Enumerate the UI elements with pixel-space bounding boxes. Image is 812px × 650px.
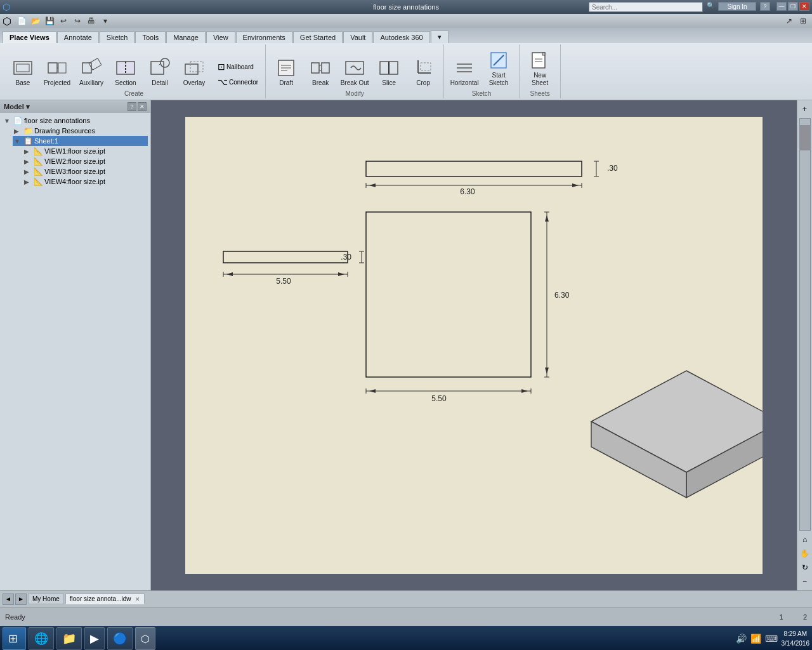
tab-floor-size[interactable]: floor size annota...idw ✕: [65, 594, 145, 604]
start-sketch-icon: [488, 50, 509, 70]
tree-view4[interactable]: ▶ 📐 VIEW4:floor size.ipt: [23, 176, 148, 187]
tree-view1[interactable]: ▶ 📐 VIEW1:floor size.ipt: [23, 146, 148, 156]
view3-expand-icon: ▶: [24, 168, 32, 175]
taskbar-ie[interactable]: 🌐: [29, 627, 54, 650]
qa-undo[interactable]: ↩: [57, 15, 70, 27]
tree-sheet1[interactable]: ▼ 📋 Sheet:1: [13, 136, 148, 146]
draft-button[interactable]: Draft: [270, 46, 303, 89]
rt-thumb[interactable]: [800, 125, 810, 150]
sign-in-button[interactable]: Sign In: [718, 2, 756, 11]
tree-drawing-resources[interactable]: ▶ 📁 Drawing Resources: [13, 126, 148, 136]
connector-button[interactable]: ⌥ Connector: [214, 75, 261, 89]
tab-view[interactable]: View: [206, 31, 235, 43]
crop-button[interactable]: Crop: [407, 46, 440, 89]
qa-redo[interactable]: ↪: [71, 15, 84, 27]
title-bar-controls: 🔍 Sign In ? — ❐ ✕: [589, 2, 809, 12]
ribbon: Place Views Annotate Sketch Tools Manage…: [0, 28, 812, 100]
qa-extra1[interactable]: ↗: [783, 15, 796, 27]
tab-environments[interactable]: Environments: [236, 31, 292, 43]
qa-print[interactable]: 🖶: [85, 15, 98, 27]
rt-zoom-out-button[interactable]: −: [799, 575, 811, 588]
qa-more[interactable]: ▾: [99, 15, 112, 27]
sketch-buttons: Horizontal StartSketch: [448, 46, 515, 89]
tab-get-started[interactable]: Get Started: [293, 31, 343, 43]
dim-bottom-width: 5.50: [431, 394, 447, 403]
restore-button[interactable]: ❐: [788, 2, 798, 11]
taskbar-explorer[interactable]: 📁: [56, 627, 82, 650]
close-button[interactable]: ✕: [799, 2, 809, 11]
projected-button[interactable]: Projected: [41, 46, 74, 89]
base-button[interactable]: Base: [6, 46, 39, 89]
svg-rect-13: [190, 62, 203, 72]
ribbon-group-sketch: Horizontal StartSketch Sketch: [444, 44, 520, 98]
tab-place-views[interactable]: Place Views: [3, 31, 56, 43]
tree-view3[interactable]: ▶ 📐 VIEW3:floor size.ipt: [23, 166, 148, 176]
breakout-icon: [344, 58, 365, 78]
horizontal-button[interactable]: Horizontal: [448, 46, 481, 89]
modify-buttons: Draft Break Break Out: [270, 46, 440, 89]
ribbon-group-create: Base Projected Auxiliary: [3, 44, 266, 98]
qa-open[interactable]: 📂: [29, 15, 42, 27]
tab-nav-prev[interactable]: ◄: [3, 594, 14, 605]
tab-autodesk360[interactable]: Autodesk 360: [373, 31, 429, 43]
taskbar-media[interactable]: ▶: [84, 627, 105, 650]
new-sheet-button[interactable]: New Sheet: [523, 46, 556, 89]
base-icon: [13, 58, 33, 78]
start-button[interactable]: ⊞: [3, 627, 26, 650]
svg-rect-58: [223, 251, 348, 263]
help-button[interactable]: ?: [760, 2, 770, 11]
horizontal-icon: [454, 58, 475, 78]
svg-rect-19: [322, 63, 329, 73]
break-button[interactable]: Break: [304, 46, 337, 89]
panel-help-button[interactable]: ?: [128, 102, 136, 111]
auxiliary-button[interactable]: Auxiliary: [75, 46, 108, 89]
slice-button[interactable]: Slice: [372, 46, 405, 89]
qa-save[interactable]: 💾: [43, 15, 56, 27]
rt-home-button[interactable]: ⌂: [799, 533, 811, 546]
tree-view2[interactable]: ▶ 📐 VIEW2:floor size.ipt: [23, 156, 148, 166]
qa-extra2[interactable]: ⊞: [797, 15, 809, 27]
overlay-label: Overlay: [183, 79, 205, 87]
tab-annotate[interactable]: Annotate: [57, 31, 99, 43]
tab-tools[interactable]: Tools: [135, 31, 166, 43]
start-icon: ⊞: [8, 632, 18, 646]
system-clock: 8:29 AM 3/14/2016: [782, 629, 810, 648]
rt-zoom-in-button[interactable]: +: [799, 103, 811, 116]
tab-more[interactable]: ▾: [431, 30, 449, 43]
tab-my-home[interactable]: My Home: [28, 594, 64, 604]
rt-orbit-button[interactable]: ↻: [799, 561, 811, 574]
projected-icon: [47, 58, 67, 78]
taskbar-chrome[interactable]: 🔵: [107, 627, 133, 650]
projected-label: Projected: [44, 79, 70, 87]
view1-expand-icon: ▶: [24, 148, 32, 155]
svg-rect-47: [366, 212, 531, 377]
svg-marker-43: [572, 183, 579, 187]
start-sketch-button[interactable]: StartSketch: [482, 46, 515, 89]
tray-keyboard: ⌨: [765, 633, 778, 644]
qa-new[interactable]: 📄: [15, 15, 28, 27]
taskbar-inventor[interactable]: ⬡: [135, 627, 155, 650]
search-bar[interactable]: [589, 2, 703, 12]
tab-vault[interactable]: Vault: [343, 31, 372, 43]
svg-rect-12: [185, 64, 198, 74]
svg-rect-2: [48, 63, 57, 73]
drawing-canvas[interactable]: 6.30 .30 6.30: [185, 117, 763, 574]
section-button[interactable]: Section: [109, 46, 142, 89]
tab-nav-next[interactable]: ►: [15, 594, 27, 605]
tree-root[interactable]: ▼ 📄 floor size annotations: [3, 116, 148, 126]
rt-scrollbar[interactable]: [799, 118, 811, 531]
nailboard-button[interactable]: ⊡ Nailboard: [214, 60, 261, 74]
breakout-button[interactable]: Break Out: [338, 46, 371, 89]
connector-label: Connector: [229, 79, 258, 86]
rt-pan-button[interactable]: ✋: [799, 547, 811, 560]
panel-close-button[interactable]: ✕: [138, 102, 147, 111]
tab-sketch[interactable]: Sketch: [100, 31, 135, 43]
panel-title[interactable]: Model ▾: [4, 103, 30, 111]
overlay-button[interactable]: Overlay: [178, 46, 211, 89]
new-sheet-icon: [530, 50, 550, 70]
tab-close-button[interactable]: ✕: [135, 596, 140, 602]
tab-manage[interactable]: Manage: [166, 31, 206, 43]
minimize-button[interactable]: —: [776, 2, 787, 11]
detail-button[interactable]: Detail: [143, 46, 176, 89]
canvas-area[interactable]: 6.30 .30 6.30: [151, 100, 797, 590]
